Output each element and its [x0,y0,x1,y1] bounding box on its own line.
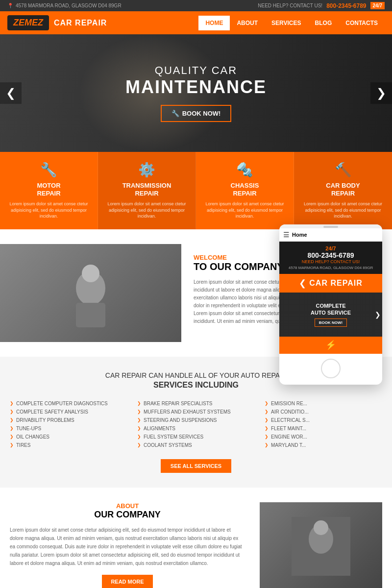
service-item: COMPLETE COMPUTER DIAGNOSTICS [10,399,127,408]
motor-icon: 🔧 [7,162,90,178]
mobile-phone: 800-2345-6789 [283,251,378,259]
phone-number[interactable]: 800-2345-6789 [326,2,366,9]
top-bar: 📍 4578 MARMORA ROAD, GLASGOW D04 89GR NE… [0,0,392,11]
nav-item-contacts[interactable]: CONTACTS [339,16,385,30]
location-icon: 📍 [7,3,13,8]
services-col-1: COMPLETE COMPUTER DIAGNOSTICS COMPLETE S… [10,399,127,449]
mobile-top-bar: ☰ Home [279,228,382,242]
logo[interactable]: ZEMEZ [7,15,49,30]
hero-title-top: QUALITY CAR [125,64,267,77]
mobile-menu-icon[interactable]: ☰ [283,231,290,239]
mechanic-about-illustration [292,517,350,576]
logo-area: ZEMEZ CAR REPAIR [7,15,107,30]
hero-title-main: MAINTENANCE [125,77,267,98]
service-item: DRIVABILITY PROBLEMS [10,416,127,424]
mobile-preview: ☰ Home 24/7 800-2345-6789 NEED HELP? CON… [279,224,382,385]
mobile-hero-arrow[interactable]: ❯ [375,311,381,318]
services-col-3: EMISSION RE... AIR CONDITIO... ELECTRICA… [265,399,382,449]
service-card-body[interactable]: 🔨 CAR BODYREPAIR Lorem ipsum dolor sit a… [294,152,392,229]
mobile-footer-icon: ⚡ [325,340,336,350]
availability-badge: 24/7 [370,2,385,9]
see-all-services-button[interactable]: SEE ALL SERVICES [161,459,231,473]
service-item: STEERING AND SUSPENSIONS [137,416,255,424]
service-item: OIL CHANGES [10,433,127,441]
about-section: ABOUT OUR COMPANY Lorem ipsum dolor sit … [0,488,392,588]
help-text: NEED HELP? CONTACT US! [258,3,322,8]
service-item: FLEET MAINT... [265,424,382,433]
book-now-label: BOOK NOW! [182,110,221,117]
body-icon: 🔨 [301,162,385,178]
welcome-image [0,244,181,342]
service-item: AIR CONDITIO... [265,408,382,416]
mobile-logo-icon: ❮ [299,278,306,289]
mobile-247-badge: 24/7 [283,245,378,251]
service-item: TIRES [10,441,127,449]
transmission-icon: ⚙️ [105,162,188,178]
services-cards-row: 🔧 MOTORREPAIR Lorem ipsum dolor sit amet… [0,152,392,229]
service-item: EMISSION RE... [265,399,382,408]
mobile-hero: COMPLETEAUTO SERVICE BOOK NOW! ❯ [279,293,382,337]
nav-item-services[interactable]: SERVICES [265,16,308,30]
svg-point-5 [314,520,328,535]
svg-point-1 [82,265,99,282]
about-content: ABOUT OUR COMPANY Lorem ipsum dolor sit … [10,502,245,588]
motor-repair-title: MOTORREPAIR [7,182,90,197]
hero-content: QUALITY CAR MAINTENANCE 🔧 BOOK NOW! [125,64,267,122]
service-item: COOLANT SYSTEMS [137,441,255,449]
motor-repair-desc: Lorem ipsum dolor sit amet conse ctetur … [7,201,90,220]
hero-next-arrow[interactable]: ❯ [370,82,392,104]
read-more-button[interactable]: READ MORE [102,575,152,588]
service-item: MUFFLERS AND EXHAUST SYSTEMS [137,408,255,416]
book-now-button[interactable]: 🔧 BOOK NOW! [161,105,232,122]
mobile-hero-title: COMPLETEAUTO SERVICE [311,302,351,317]
service-card-chassis[interactable]: 🔩 CHASSISREPAIR Lorem ipsum dolor sit am… [196,152,294,229]
wrench-icon: 🔧 [172,110,179,117]
service-item: FUEL SYSTEM SERVICES [137,433,255,441]
car-body-repair-desc: Lorem ipsum dolor sit amet conse ctetur … [301,201,385,220]
about-text: Lorem ipsum dolor sit amet conse ctetur … [10,526,245,567]
service-item: ELECTRICAL S... [265,416,382,424]
service-card-motor[interactable]: 🔧 MOTORREPAIR Lorem ipsum dolor sit amet… [0,152,98,229]
about-subtitle: ABOUT [10,502,245,510]
mobile-logo-text: CAR REPAIR [309,279,362,288]
service-item: COMPLETE SAFETY ANALYSIS [10,408,127,416]
service-item: BRAKE REPAIR SPECIALISTS [137,399,255,408]
mechanic-illustration [56,259,125,327]
chassis-repair-desc: Lorem ipsum dolor sit amet conse ctetur … [203,201,286,220]
chassis-icon: 🔩 [203,162,286,178]
mobile-home-label: Home [292,232,307,238]
svg-rect-6 [306,554,336,576]
navigation: HOME ABOUT SERVICES BLOG CONTACTS [198,16,385,30]
service-item: TUNE-UPS [10,424,127,433]
nav-item-blog[interactable]: BLOG [308,16,339,30]
service-card-transmission[interactable]: ⚙️ TRANSMISSIONREPAIR Lorem ipsum dolor … [98,152,196,229]
nav-item-home[interactable]: HOME [198,16,230,30]
chassis-repair-title: CHASSISREPAIR [203,182,286,197]
svg-rect-2 [76,303,105,327]
transmission-repair-desc: Lorem ipsum dolor sit amet conse ctetur … [105,201,188,220]
service-item: MARYLAND T... [265,441,382,449]
transmission-repair-title: TRANSMISSIONREPAIR [105,182,188,197]
mobile-dark-bar: 24/7 800-2345-6789 NEED HELP? CONTACT US… [279,242,382,274]
mobile-contact-text[interactable]: NEED HELP? CONTACT US! [283,259,378,264]
mobile-book-button[interactable]: BOOK NOW! [315,318,347,327]
mobile-home-button[interactable] [321,359,341,378]
logo-text: ZEMEZ [13,18,43,27]
mobile-footer: ⚡ [279,337,382,354]
top-bar-right: NEED HELP? CONTACT US! 800-2345-6789 24/… [258,2,385,9]
top-bar-left: 📍 4578 MARMORA ROAD, GLASGOW D04 89GR [7,3,122,8]
hero-section: ❮ QUALITY CAR MAINTENANCE 🔧 BOOK NOW! ❯ [0,34,392,152]
about-title: OUR COMPANY [10,510,245,520]
services-list: COMPLETE COMPUTER DIAGNOSTICS COMPLETE S… [10,399,382,449]
hero-prev-arrow[interactable]: ❮ [0,82,22,104]
welcome-section: WELCOME TO OUR COMPANY Lorem ipsum dolor… [0,229,392,357]
nav-item-about[interactable]: ABOUT [230,16,265,30]
about-image [260,502,382,588]
car-body-repair-title: CAR BODYREPAIR [301,182,385,197]
service-item: ALIGNMENTS [137,424,255,433]
site-tagline: CAR REPAIR [54,19,107,27]
mobile-address: 4578 MARMORA ROAD, GLASGOW D04 89GR [283,266,378,270]
mobile-logo-bar: ❮ CAR REPAIR [279,274,382,293]
header: ZEMEZ CAR REPAIR HOME ABOUT SERVICES BLO… [0,11,392,34]
services-col-2: BRAKE REPAIR SPECIALISTS MUFFLERS AND EX… [137,399,255,449]
